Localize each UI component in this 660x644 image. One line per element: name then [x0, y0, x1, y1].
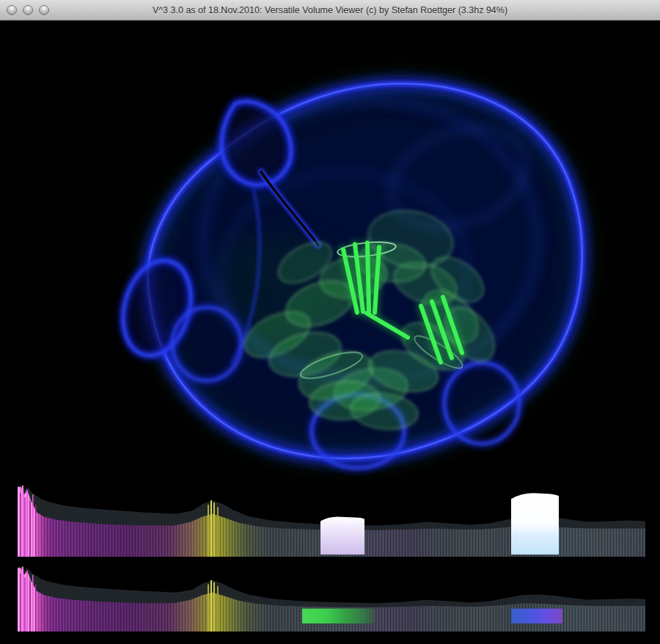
volume-viewport[interactable] — [0, 21, 660, 483]
selection-highlight-white[interactable] — [511, 493, 559, 555]
tf-upper-canvas[interactable] — [0, 483, 660, 557]
minimize-button[interactable] — [23, 5, 33, 15]
tf-lower-canvas[interactable] — [0, 564, 660, 632]
zoom-button[interactable] — [39, 5, 49, 15]
blue-color-ramp[interactable] — [511, 609, 562, 623]
transfer-function-panel-upper[interactable] — [0, 483, 660, 557]
close-button[interactable] — [7, 5, 17, 15]
title-bar: V^3 3.0 as of 18.Nov.2010: Versatile Vol… — [0, 0, 660, 21]
volume-render-canvas[interactable] — [0, 21, 660, 483]
pig-ear — [221, 101, 291, 185]
app-window: V^3 3.0 as of 18.Nov.2010: Versatile Vol… — [0, 0, 660, 644]
window-title: V^3 3.0 as of 18.Nov.2010: Versatile Vol… — [0, 5, 660, 15]
transfer-function-panel-lower[interactable] — [0, 564, 660, 632]
green-color-ramp[interactable] — [302, 609, 375, 623]
window-controls — [7, 0, 49, 20]
selection-highlight-lavender[interactable] — [320, 516, 364, 555]
